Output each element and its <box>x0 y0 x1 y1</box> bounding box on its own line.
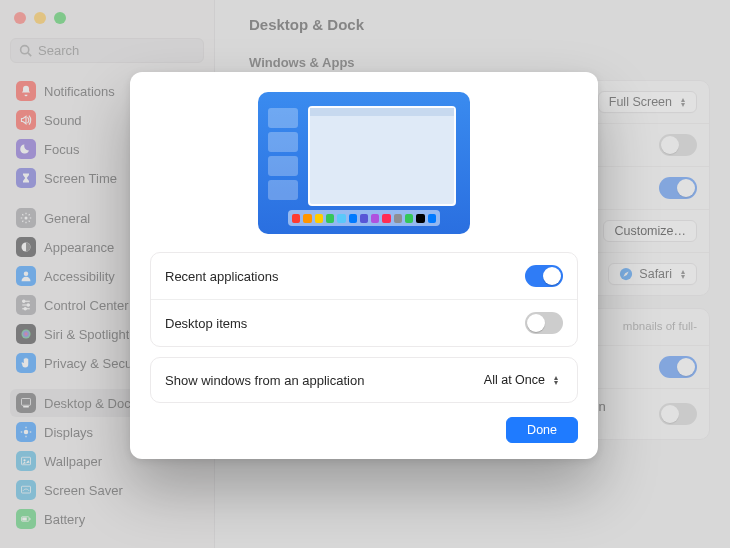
modal-show-windows-panel: Show windows from an application All at … <box>150 357 578 403</box>
system-settings-window: NotificationsSoundFocusScreen TimeGenera… <box>0 0 730 548</box>
show-windows-select[interactable]: All at Once ▴▾ <box>474 370 563 390</box>
toggle-recent-apps[interactable] <box>525 265 563 287</box>
done-button[interactable]: Done <box>506 417 578 443</box>
row-desktop-items: Desktop items <box>151 299 577 346</box>
dock-options-modal: Recent applications Desktop items Show w… <box>130 72 598 459</box>
select-stepper-icon: ▴▾ <box>551 375 561 385</box>
row-show-windows: Show windows from an application All at … <box>151 358 577 402</box>
modal-options-panel: Recent applications Desktop items <box>150 252 578 347</box>
toggle-desktop-items[interactable] <box>525 312 563 334</box>
modal-illustration <box>150 92 578 234</box>
row-recent-apps: Recent applications <box>151 253 577 299</box>
